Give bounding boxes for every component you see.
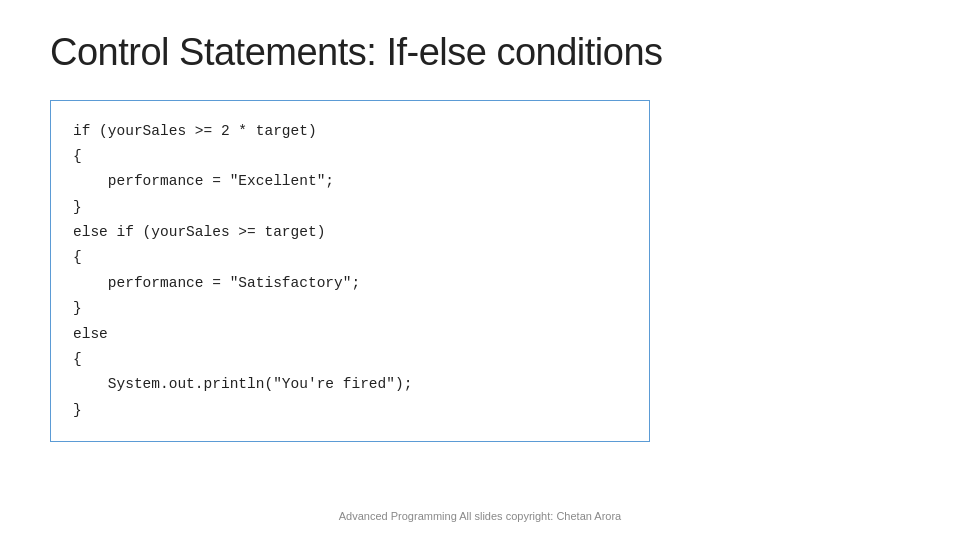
slide-title: Control Statements: If-else conditions xyxy=(50,30,910,76)
code-box: if (yourSales >= 2 * target) { performan… xyxy=(50,100,650,443)
slide-container: Control Statements: If-else conditions i… xyxy=(0,0,960,540)
code-block: if (yourSales >= 2 * target) { performan… xyxy=(73,119,627,424)
slide-footer: Advanced Programming All slides copyrigh… xyxy=(0,510,960,522)
